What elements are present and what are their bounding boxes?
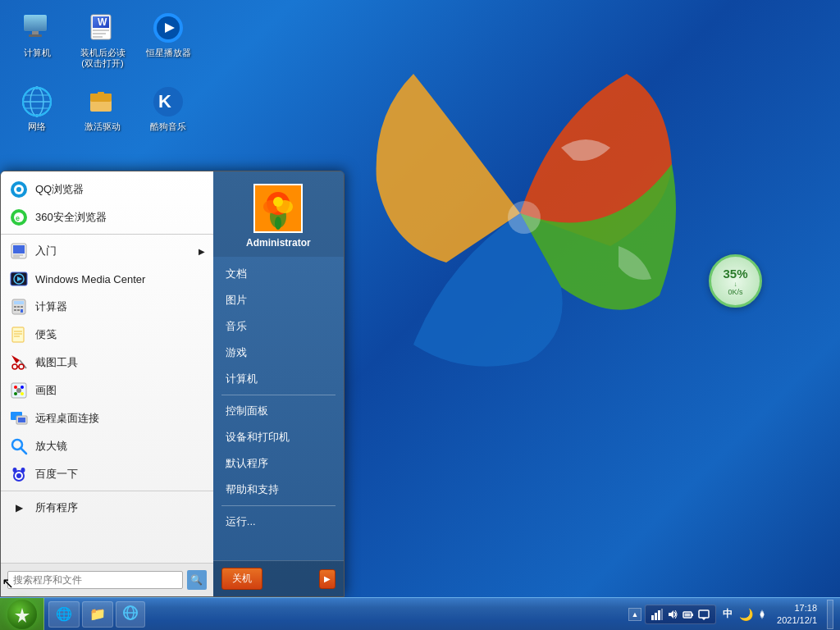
right-menu-devices[interactable]: 设备和打印机: [213, 424, 344, 450]
svg-point-62: [21, 392, 24, 395]
qqmusic-icon: K: [152, 85, 185, 118]
right-menu-computer[interactable]: 计算机: [213, 366, 344, 392]
baidu-icon: [9, 464, 29, 484]
right-menu-default-programs[interactable]: 默认程序: [213, 450, 344, 477]
getting-started-arrow: ▶: [199, 247, 205, 256]
taskbar: 🌐 📁 ▲: [0, 597, 840, 630]
taskbar-item-browser[interactable]: 🌐: [48, 601, 80, 628]
taskbar-browser-icon: 🌐: [56, 606, 72, 622]
tray-action-icon[interactable]: [697, 608, 710, 621]
getting-started-icon: [9, 241, 29, 261]
right-menu-documents[interactable]: 文档: [213, 261, 344, 287]
mediaplayer-icon: [152, 11, 185, 44]
right-menu-run[interactable]: 运行...: [213, 509, 344, 535]
desktop-icon-driver[interactable]: 激活驱动: [74, 82, 131, 135]
search-input[interactable]: [7, 571, 183, 589]
desktop-icon-setup[interactable]: W 装机后必读(双击打开): [74, 8, 131, 72]
start-orb: [7, 600, 37, 629]
desktop-icon-network[interactable]: 网络: [8, 82, 66, 135]
clock-time: 17:18: [794, 602, 817, 614]
paint-icon: [9, 381, 29, 400]
svg-point-56: [19, 364, 24, 369]
calculator-label: 计算器: [35, 299, 67, 314]
setup-label: 装机后必读(双击打开): [77, 48, 128, 69]
right-menu-help[interactable]: 帮助和支持: [213, 477, 344, 503]
shutdown-bar: 关机 ▶: [213, 560, 344, 596]
svg-point-59: [14, 386, 17, 389]
svg-rect-2: [24, 15, 47, 31]
svg-point-71: [16, 473, 21, 478]
search-button[interactable]: 🔍: [187, 570, 207, 590]
start-menu-item-remote[interactable]: 远程桌面连接: [1, 404, 213, 432]
language-indicator[interactable]: 中: [719, 607, 736, 621]
tray-power-icon[interactable]: [682, 608, 695, 621]
snipping-icon: [9, 353, 29, 372]
driver-icon: [86, 85, 119, 118]
net-arrow-icon: ↓: [734, 281, 737, 288]
360-browser-label: 360安全浏览器: [35, 210, 107, 225]
start-menu-item-paint[interactable]: 画图: [1, 377, 213, 404]
magnifier-label: 放大镜: [35, 439, 67, 454]
svg-point-60: [21, 386, 24, 389]
svg-rect-46: [14, 309, 16, 311]
svg-rect-9: [93, 33, 106, 34]
right-menu-control-panel[interactable]: 控制面板: [213, 398, 344, 424]
start-menu-item-baidu[interactable]: 百度一下: [1, 460, 213, 488]
svg-rect-47: [17, 309, 20, 311]
computer-label: 计算机: [24, 48, 51, 58]
tray-moon-icon[interactable]: 🌙: [739, 608, 752, 621]
start-menu-item-media-center[interactable]: Windows Media Center: [1, 265, 213, 293]
start-menu-item-getting-started[interactable]: 入门 ▶: [1, 237, 213, 265]
svg-rect-85: [655, 613, 657, 620]
tray-network-icon[interactable]: [651, 608, 664, 621]
shutdown-arrow-button[interactable]: ▶: [319, 569, 336, 589]
start-menu-search: 🔍: [1, 563, 213, 596]
start-menu-item-notepad[interactable]: 便笺: [1, 321, 213, 349]
desktop-icon-mediaplayer[interactable]: 恒星播放器: [139, 8, 197, 72]
systray-expand-button[interactable]: ▲: [628, 608, 641, 621]
start-menu-item-qq-browser[interactable]: QQ浏览器: [1, 176, 213, 203]
start-button[interactable]: [0, 598, 44, 631]
start-menu-item-magnifier[interactable]: 放大镜: [1, 432, 213, 460]
right-menu-pictures[interactable]: 图片: [213, 287, 344, 313]
taskbar-ie-icon: [123, 605, 138, 623]
right-menu-games[interactable]: 游戏: [213, 340, 344, 366]
driver-label: 激活驱动: [84, 121, 121, 132]
shutdown-button[interactable]: 关机: [221, 568, 262, 590]
right-menu-music[interactable]: 音乐: [213, 313, 344, 340]
network-label: 网络: [28, 121, 46, 132]
tray-volume-icon[interactable]: [666, 608, 679, 621]
user-name: Administrator: [246, 237, 311, 249]
svg-text:W: W: [98, 16, 107, 28]
tray-settings-icon[interactable]: [756, 608, 769, 621]
show-desktop-button[interactable]: [827, 600, 833, 629]
all-programs-label: 所有程序: [35, 500, 78, 515]
svg-rect-35: [13, 245, 25, 253]
desktop-icon-qqmusic[interactable]: K 酷狗音乐: [139, 82, 197, 135]
360-browser-icon: e: [9, 208, 29, 227]
divider-1: [1, 234, 213, 235]
start-menu-item-calculator[interactable]: 计算器: [1, 293, 213, 321]
right-menu-items: 文档 图片 音乐 游戏 计算机 控制面板 设备和打印机 默认程序 帮助和支持 运…: [213, 257, 344, 560]
user-avatar[interactable]: [253, 184, 303, 233]
taskbar-item-explorer[interactable]: 📁: [82, 601, 113, 628]
windows-logo: [364, 49, 676, 427]
start-menu-item-snipping[interactable]: 截图工具: [1, 349, 213, 377]
notepad-label: 便笺: [35, 327, 57, 342]
system-clock[interactable]: 17:18 2021/12/1: [772, 600, 822, 628]
remote-icon: [9, 409, 29, 428]
taskbar-item-ie[interactable]: [116, 601, 145, 628]
right-divider-2: [221, 505, 336, 506]
svg-rect-42: [14, 301, 24, 304]
svg-rect-84: [651, 615, 654, 620]
taskbar-right: ▲: [628, 600, 840, 629]
start-menu-item-all-programs[interactable]: ▶ 所有程序: [1, 494, 213, 522]
qq-browser-label: QQ浏览器: [35, 182, 84, 197]
desktop-icon-computer[interactable]: 计算机: [8, 8, 66, 72]
svg-line-68: [21, 448, 26, 454]
svg-text:K: K: [158, 91, 171, 112]
start-menu-item-360[interactable]: e 360安全浏览器: [1, 203, 213, 231]
svg-rect-44: [17, 306, 20, 308]
svg-text:e: e: [16, 214, 20, 222]
net-percent: 35%: [723, 267, 747, 281]
